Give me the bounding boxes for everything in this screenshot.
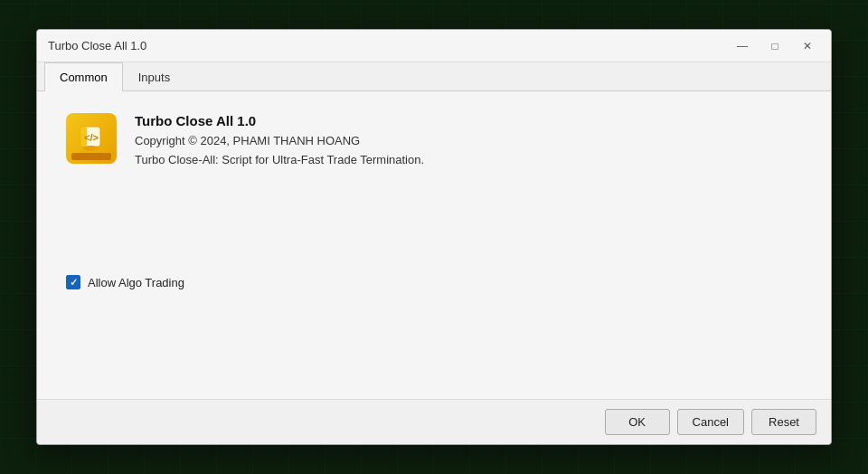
dialog-window: Turbo Close All 1.0 — □ ✕ Common Inputs: [36, 29, 832, 445]
dialog-title: Turbo Close All 1.0: [48, 39, 146, 52]
tab-bar: Common Inputs: [37, 62, 831, 91]
reset-button[interactable]: Reset: [751, 409, 816, 435]
svg-text:</>: </>: [84, 132, 99, 143]
app-description: Turbo Close-All: Script for Ultra-Fast T…: [135, 153, 424, 166]
script-icon: </>: [77, 124, 106, 153]
ok-button[interactable]: OK: [605, 409, 670, 435]
dialog-footer: OK Cancel Reset: [37, 399, 831, 444]
algo-trading-label-text: Allow Algo Trading: [88, 276, 184, 289]
close-button[interactable]: ✕: [795, 37, 820, 55]
title-bar: Turbo Close All 1.0 — □ ✕: [37, 30, 831, 62]
content-area: </> Turbo Close All 1.0 Copyright © 2024…: [37, 91, 831, 399]
tab-common[interactable]: Common: [44, 62, 123, 91]
app-name: Turbo Close All 1.0: [135, 113, 424, 128]
app-details: Turbo Close All 1.0 Copyright © 2024, PH…: [135, 113, 424, 166]
algo-trading-checkbox[interactable]: ✓: [66, 275, 80, 289]
algo-trading-section: ✓ Allow Algo Trading: [66, 275, 802, 289]
svg-point-3: [83, 146, 98, 151]
maximize-button[interactable]: □: [762, 37, 788, 55]
cancel-button[interactable]: Cancel: [677, 409, 744, 435]
tab-inputs[interactable]: Inputs: [123, 62, 185, 91]
app-copyright: Copyright © 2024, PHAMI THANH HOANG: [135, 134, 424, 147]
window-controls: — □ ✕: [730, 37, 820, 55]
minimize-button[interactable]: —: [730, 37, 755, 55]
app-info-section: </> Turbo Close All 1.0 Copyright © 2024…: [66, 113, 802, 166]
checkmark-icon: ✓: [70, 278, 78, 288]
allow-algo-trading-label[interactable]: ✓ Allow Algo Trading: [66, 275, 184, 289]
app-icon: </>: [66, 113, 117, 164]
